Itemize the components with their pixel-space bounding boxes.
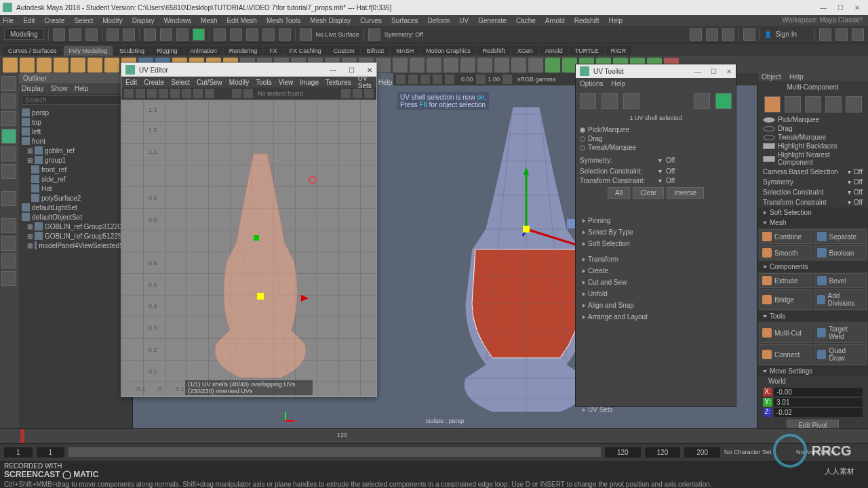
range-slider[interactable]: [68, 447, 601, 457]
outliner-item[interactable]: front: [20, 136, 131, 146]
polycylinder-icon[interactable]: [37, 58, 52, 73]
shelf-tab-rig[interactable]: Rigging: [151, 46, 183, 56]
menu-cache[interactable]: Cache: [516, 17, 536, 24]
face-mode-icon[interactable]: [825, 96, 842, 113]
symmetry-icon[interactable]: [368, 28, 380, 41]
move-y[interactable]: 3.01: [774, 398, 863, 407]
uvtk-drag-radio[interactable]: Drag: [580, 134, 732, 143]
shelf-tab-fx[interactable]: FX: [264, 46, 283, 56]
outliner-item[interactable]: top: [20, 117, 131, 127]
tweak-radio[interactable]: Tweak/Marquee: [757, 133, 868, 142]
uvtk-edge-mode-icon[interactable]: [601, 93, 618, 109]
uvtk-arrange[interactable]: Arrange and Layout: [580, 311, 732, 323]
smooth-button[interactable]: Smooth: [759, 245, 812, 260]
uvtk-ring-icon[interactable]: [663, 201, 673, 212]
uv-mode-icon[interactable]: [846, 96, 862, 113]
play-end[interactable]: 120: [605, 447, 641, 458]
paint-select-icon[interactable]: [176, 28, 189, 41]
select-all-icon[interactable]: [193, 28, 205, 41]
outliner-search[interactable]: [22, 95, 130, 105]
vp-bookmark-icon[interactable]: [408, 75, 418, 84]
uv-tb-icon[interactable]: [364, 89, 374, 98]
ct-icon[interactable]: [819, 28, 831, 41]
split-icon[interactable]: [410, 58, 425, 73]
multicut-icon[interactable]: [443, 58, 458, 73]
menu-select[interactable]: Select: [74, 17, 93, 24]
snap-live-icon[interactable]: [279, 28, 291, 41]
separate-button[interactable]: Separate: [814, 229, 867, 244]
polycube-icon[interactable]: [20, 58, 35, 73]
shelf-tab-render[interactable]: Rendering: [224, 46, 263, 56]
edit-pivot-button[interactable]: Edit Pivot: [787, 420, 838, 428]
uv-canvas[interactable]: 1.3 1.2 1.1 0.9 0.8 0.6 0.5 0.4 0.3 0.2 …: [121, 100, 376, 396]
uvtk-grow-icon[interactable]: [626, 201, 637, 212]
bridge-button[interactable]: Bridge: [759, 289, 812, 310]
polytorus-icon[interactable]: [71, 58, 85, 73]
components-section[interactable]: Components: [757, 262, 868, 272]
quaddraw-icon[interactable]: [494, 58, 509, 73]
window-close[interactable]: ✕: [854, 4, 860, 12]
menu-help[interactable]: Help: [608, 17, 623, 24]
uvtk-sym-icon[interactable]: [721, 155, 732, 165]
uvtk-maximize[interactable]: ☐: [711, 68, 717, 75]
connect-icon[interactable]: [477, 58, 492, 73]
snap-grid-icon[interactable]: [214, 28, 226, 41]
menu-redshift[interactable]: Redshift: [574, 17, 599, 24]
collapse-icon[interactable]: [393, 58, 408, 73]
outliner-item[interactable]: ⊞modelPanel4ViewSelectedSet: [20, 241, 131, 250]
menu-surfaces[interactable]: Surfaces: [391, 17, 418, 24]
uvtk-all-button[interactable]: All: [608, 187, 630, 199]
uv-tb-icon[interactable]: [147, 89, 157, 98]
undo-icon[interactable]: [106, 28, 119, 41]
snap-point-icon[interactable]: [246, 28, 258, 41]
rpanel-tab-help[interactable]: Help: [789, 73, 804, 81]
polysphere-icon[interactable]: [3, 58, 18, 73]
crease-icon[interactable]: [511, 58, 526, 73]
append-icon[interactable]: [376, 58, 391, 73]
multicut-button[interactable]: Multi-Cut: [759, 323, 812, 343]
sculpt-icon[interactable]: [545, 58, 560, 73]
vp-grid-icon[interactable]: [420, 75, 430, 84]
edge-mode-icon[interactable]: [805, 96, 821, 113]
uv-tb-icon[interactable]: [205, 89, 214, 98]
outliner-item[interactable]: defaultLightSet: [20, 203, 131, 212]
redo-icon[interactable]: [123, 28, 135, 41]
outliner-item[interactable]: persp: [20, 108, 131, 117]
menu-editmesh[interactable]: Edit Mesh: [226, 17, 256, 24]
uv-tb-icon[interactable]: [136, 89, 145, 98]
live-surface-icon[interactable]: [300, 28, 312, 41]
renderview-icon[interactable]: [722, 28, 734, 41]
vp-exposure-icon[interactable]: [502, 75, 512, 84]
uv-tb-icon[interactable]: [232, 89, 241, 98]
last-tool-icon[interactable]: [1, 191, 16, 206]
outliner-item[interactable]: Hat: [20, 184, 131, 193]
adddiv-button[interactable]: Add Divisions: [814, 289, 867, 310]
menu-curves[interactable]: Curves: [360, 17, 382, 24]
vp-gate-icon[interactable]: [445, 75, 454, 84]
save-scene-icon[interactable]: [85, 28, 98, 41]
menu-generate[interactable]: Generate: [478, 17, 507, 24]
menu-windows[interactable]: Windows: [163, 17, 191, 24]
shelf-tab-sculpt[interactable]: Sculpting: [114, 46, 150, 56]
targetweld-button[interactable]: Target Weld: [814, 323, 867, 343]
outliner-item[interactable]: left: [20, 127, 131, 136]
menu-display[interactable]: Display: [132, 17, 155, 24]
uv-minimize[interactable]: —: [330, 66, 336, 74]
new-scene-icon[interactable]: [53, 28, 65, 41]
extrude-button[interactable]: Extrude: [759, 273, 812, 288]
uvtk-menu-help[interactable]: Help: [611, 80, 625, 87]
select-mode-icon[interactable]: [144, 28, 156, 41]
uvtk-pick-radio[interactable]: Pick/Marquee: [580, 125, 732, 134]
uv-tb-icon[interactable]: [193, 89, 203, 98]
uv-menu-select[interactable]: Select: [171, 79, 190, 86]
signin-button[interactable]: Sign In: [776, 30, 797, 38]
move-settings-section[interactable]: Move Settings: [757, 366, 868, 376]
outliner-item[interactable]: polySurface2: [20, 193, 131, 203]
symmetry-label[interactable]: Symmetry: Off: [384, 31, 423, 38]
range-start[interactable]: 1: [4, 447, 33, 458]
snap-curve-icon[interactable]: [230, 28, 242, 41]
uv-menu-tools[interactable]: Tools: [256, 79, 271, 86]
uvtk-selectby[interactable]: Select By Type: [580, 226, 732, 238]
highlight-nearest-check[interactable]: Highlight Nearest Component: [757, 150, 868, 167]
shelf-tab-bifrost[interactable]: Bifrost: [361, 46, 390, 56]
